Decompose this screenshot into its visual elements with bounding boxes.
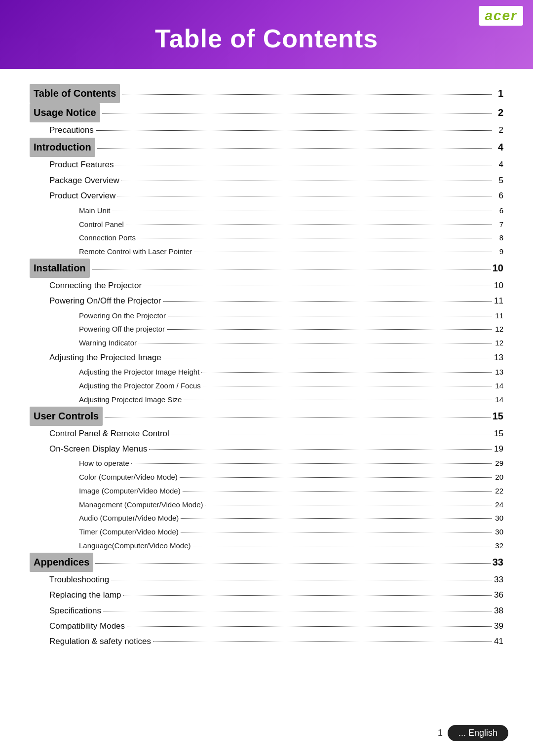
toc-dots: [92, 269, 491, 269]
toc-label: Precautions: [30, 122, 94, 138]
logo-text: acer: [485, 8, 517, 23]
acer-logo: acer: [479, 6, 523, 26]
toc-page: 24: [494, 498, 503, 512]
toc-dots: [121, 181, 492, 181]
toc-dots: [144, 286, 492, 286]
toc-page: 29: [494, 456, 503, 470]
toc-dots: [203, 386, 492, 386]
toc-page: 13: [494, 350, 503, 365]
toc-entry: Compatibility Modes 39: [30, 618, 503, 634]
toc-entry: Adjusting the Projector Zoom / Focus14: [30, 379, 503, 393]
toc-label: Remote Control with Laser Pointer: [30, 245, 192, 259]
toc-label: Table of Contents: [30, 84, 120, 103]
toc-entry: Package Overview5: [30, 173, 503, 188]
toc-page: 9: [494, 245, 503, 259]
toc-page: 14: [494, 379, 503, 393]
toc-dots: [163, 358, 492, 358]
toc-entry: Control Panel 7: [30, 218, 503, 231]
toc-dots: [97, 148, 492, 149]
toc-dots: [102, 113, 492, 114]
toc-label: Product Features: [30, 157, 114, 172]
toc-content: Table of Contents1Usage Notice2Precautio…: [0, 69, 533, 669]
toc-label: Adjusting the Projector Zoom / Focus: [30, 379, 201, 393]
toc-label: Powering On the Projector: [30, 309, 166, 323]
toc-label: Regulation & safety notices: [30, 634, 151, 649]
toc-entry: Table of Contents1: [30, 84, 503, 103]
toc-page: 10: [494, 278, 503, 293]
toc-dots: [123, 595, 492, 596]
toc-label: Powering Off the projector: [30, 322, 165, 336]
toc-page: 30: [494, 525, 503, 539]
toc-dots: [205, 505, 492, 505]
toc-page: 12: [494, 322, 503, 336]
toc-page: 13: [494, 365, 503, 379]
toc-label: Management (Computer/Video Mode): [30, 498, 203, 512]
toc-dots: [139, 343, 492, 343]
toc-dots: [201, 372, 492, 373]
toc-label: Control Panel: [30, 218, 124, 231]
toc-label: Package Overview: [30, 173, 119, 188]
toc-entry: Connecting the Projector10: [30, 278, 503, 293]
toc-dots: [153, 642, 492, 642]
toc-entry: Appendices33: [30, 553, 503, 572]
toc-label: Main Unit: [30, 204, 110, 218]
toc-label: On-Screen Display Menus: [30, 441, 147, 456]
toc-dots: [149, 449, 492, 450]
toc-entry: Color (Computer/Video Mode) 20: [30, 470, 503, 484]
toc-dots: [112, 211, 492, 211]
toc-label: Timer (Computer/Video Mode): [30, 525, 179, 539]
toc-page: 2: [494, 104, 503, 122]
toc-dots: [105, 417, 491, 417]
toc-label: Introduction: [30, 138, 95, 157]
toc-label: Color (Computer/Video Mode): [30, 470, 178, 484]
toc-page: 15: [493, 407, 503, 425]
toc-label: Replacing the lamp: [30, 587, 121, 603]
toc-dots: [115, 165, 492, 165]
toc-dots: [167, 329, 492, 330]
toc-page: 6: [494, 204, 503, 218]
toc-page: 33: [494, 572, 503, 587]
toc-entry: Product Overview 6: [30, 188, 503, 203]
toc-entry: User Controls 15: [30, 407, 503, 426]
toc-page: 14: [494, 393, 503, 407]
toc-entry: Audio (Computer/Video Mode) 30: [30, 511, 503, 525]
toc-label: User Controls: [30, 407, 103, 426]
toc-entry: Adjusting Projected Image Size 14: [30, 393, 503, 407]
toc-label: Warning Indicator: [30, 336, 137, 350]
toc-dots: [138, 238, 492, 238]
toc-label: Product Overview: [30, 188, 115, 203]
toc-dots: [194, 252, 492, 252]
toc-page: 4: [494, 138, 503, 156]
toc-page: 38: [494, 603, 503, 618]
toc-entry: Connection Ports 8: [30, 231, 503, 245]
toc-entry: Introduction4: [30, 138, 503, 157]
toc-entry: Powering On/Off the Projector11: [30, 293, 503, 308]
toc-entry: Management (Computer/Video Mode) 24: [30, 498, 503, 512]
toc-entry: Image (Computer/Video Mode)22: [30, 484, 503, 498]
toc-entry: Installation 10: [30, 259, 503, 278]
toc-entry: Usage Notice2: [30, 103, 503, 122]
toc-page: 36: [494, 587, 503, 603]
toc-dots: [163, 301, 492, 302]
toc-label: Control Panel & Remote Control: [30, 426, 169, 441]
toc-page: 11: [494, 293, 503, 308]
toc-label: Adjusting Projected Image Size: [30, 393, 182, 407]
toc-entry: Regulation & safety notices 41: [30, 634, 503, 649]
toc-label: Appendices: [30, 553, 93, 572]
toc-dots: [127, 626, 492, 627]
toc-dots: [193, 546, 492, 546]
toc-page: 5: [494, 173, 503, 188]
page-header: acer Table of Contents: [0, 0, 533, 69]
toc-dots: [183, 491, 492, 491]
toc-page: 32: [494, 539, 503, 553]
toc-entry: Product Features4: [30, 157, 503, 172]
toc-page: 4: [494, 157, 503, 172]
toc-entry: Control Panel & Remote Control 15: [30, 426, 503, 441]
toc-label: Specifications: [30, 603, 101, 618]
toc-entry: Troubleshooting33: [30, 572, 503, 587]
toc-page: 10: [493, 259, 503, 277]
toc-entry: Warning Indicator12: [30, 336, 503, 350]
toc-page: 15: [494, 426, 503, 441]
toc-dots: [117, 196, 492, 196]
toc-label: Adjusting the Projected Image: [30, 350, 161, 365]
